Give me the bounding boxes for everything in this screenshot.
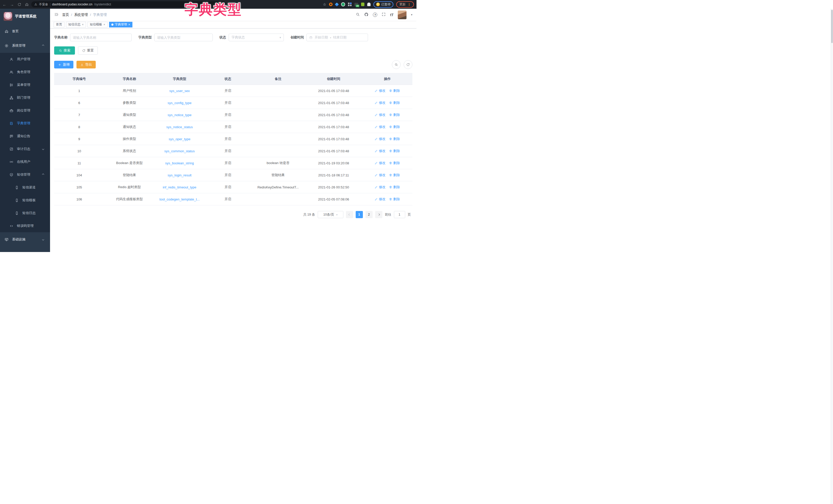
profile-paused-chip[interactable]: 已暂停 (373, 1, 394, 8)
sidebar-item-menus[interactable]: 菜单管理 (0, 78, 50, 91)
edit-button[interactable]: 修改 (375, 136, 385, 141)
vue-devtools-icon[interactable] (341, 2, 345, 6)
edit-button[interactable]: 修改 (375, 197, 385, 201)
delete-button[interactable]: 删除 (389, 100, 400, 105)
forward-icon[interactable]: → (10, 2, 14, 7)
dict-type-link[interactable]: sys_oper_type (169, 137, 190, 141)
edit-button[interactable]: 修改 (375, 125, 385, 129)
extension-gem-icon[interactable] (335, 2, 339, 6)
close-icon[interactable]: × (128, 23, 130, 26)
extension-grid-icon[interactable] (348, 3, 352, 6)
tab-dict-active[interactable]: 字典管理 × (109, 22, 133, 27)
delete-button[interactable]: 删除 (389, 89, 400, 93)
edit-button[interactable]: 修改 (375, 89, 385, 93)
dict-type-link[interactable]: sys_common_status (164, 149, 195, 153)
page-button-2[interactable]: 2 (365, 211, 373, 218)
hamburger-collapse-icon[interactable] (54, 12, 58, 18)
sidebar-item-online-users[interactable]: 在线用户 (0, 155, 50, 168)
dict-name-input[interactable] (70, 33, 132, 41)
delete-button[interactable]: 删除 (389, 173, 400, 177)
sidebar-item-audit-log[interactable]: 审计日志 (0, 143, 50, 155)
export-button[interactable]: 导出 (76, 61, 96, 69)
tab-home[interactable]: 首页 (54, 22, 65, 27)
dict-type-link[interactable]: sys_notice_status (166, 125, 193, 129)
dict-type-link[interactable]: sys_notice_type (168, 113, 191, 117)
delete-button[interactable]: 删除 (389, 197, 400, 201)
page-button-1[interactable]: 1 (356, 211, 363, 218)
edit-button[interactable]: 修改 (375, 149, 385, 153)
search-button[interactable]: 搜索 (54, 46, 75, 55)
goto-page-input[interactable] (394, 211, 405, 218)
sidebar-item-sms-channel[interactable]: 短信渠道 (0, 181, 50, 194)
sidebar-item-notices[interactable]: 通知公告 (0, 130, 50, 143)
delete-button[interactable]: 删除 (389, 161, 400, 165)
delete-button[interactable]: 删除 (389, 112, 400, 117)
page-size-select[interactable]: 10条/页 ▾ (318, 211, 343, 218)
extension-on-icon[interactable]: on (354, 3, 358, 6)
edit-button[interactable]: 修改 (375, 100, 385, 105)
sidebar-item-sms[interactable]: 短信管理 (0, 168, 50, 181)
header-search-icon[interactable] (356, 12, 360, 17)
more-menu-icon[interactable]: ⋮ (407, 3, 411, 6)
refresh-table-button[interactable] (404, 60, 412, 69)
date-end-placeholder[interactable]: 结束日期 (333, 35, 347, 40)
sidebar-item-home[interactable]: 首页 (0, 24, 50, 39)
github-icon[interactable] (364, 12, 368, 18)
sidebar-item-error-codes[interactable]: 错误码管理 (0, 220, 50, 232)
sidebar-item-posts[interactable]: 岗位管理 (0, 104, 50, 117)
sidebar-item-dict[interactable]: 字典管理 (0, 117, 50, 130)
audit-log-icon (9, 147, 13, 151)
tab-sms-log[interactable]: 短信日志 × (66, 22, 86, 27)
sidebar-item-departments[interactable]: 部门管理 (0, 91, 50, 104)
dict-type-link[interactable]: sys_boolean_string (165, 161, 194, 165)
delete-button[interactable]: 删除 (389, 149, 400, 153)
tab-sms-template[interactable]: 短信模板 × (88, 22, 108, 27)
extension-ring-icon[interactable] (329, 3, 333, 6)
edit-button[interactable]: 修改 (375, 185, 385, 190)
avatar[interactable] (398, 10, 406, 19)
close-icon[interactable]: × (103, 23, 105, 26)
dict-type-link[interactable]: inf_redis_timeout_type (163, 185, 196, 189)
delete-button[interactable]: 删除 (389, 125, 400, 129)
close-icon[interactable]: × (82, 23, 84, 26)
help-icon[interactable]: ? (373, 12, 377, 17)
bookmark-star-icon[interactable]: ☆ (323, 2, 326, 6)
avatar-caret-icon[interactable]: ▾ (411, 13, 412, 17)
extension-ghost-icon[interactable] (367, 3, 371, 6)
dict-type-link[interactable]: sys_config_type (168, 101, 191, 105)
update-button[interactable]: 更新 ⋮ (396, 1, 414, 8)
dict-type-input[interactable] (154, 33, 213, 41)
sidebar-item-system[interactable]: 系统管理 (0, 39, 50, 53)
next-page-button[interactable] (375, 211, 382, 218)
edit-button[interactable]: 修改 (375, 161, 385, 165)
dict-type-link[interactable]: tool_codegen_template_t... (159, 197, 200, 201)
delete-button[interactable]: 删除 (389, 136, 400, 141)
status-select[interactable]: 字典状态 ▾ (229, 33, 284, 41)
edit-button[interactable]: 修改 (375, 112, 385, 117)
toggle-search-button[interactable] (392, 60, 401, 69)
sidebar-item-sms-log[interactable]: 短信日志 (0, 207, 50, 220)
browser-extensions: ☆ on 已暂停 更新 ⋮ (323, 1, 414, 8)
prev-page-button[interactable] (346, 211, 353, 218)
date-start-placeholder[interactable]: 开始日期 (315, 35, 328, 40)
breadcrumb-system[interactable]: 系统管理 (74, 12, 88, 17)
edit-button[interactable]: 修改 (375, 173, 385, 177)
sidebar-item-sms-template[interactable]: 短信模板 (0, 194, 50, 207)
delete-button[interactable]: 删除 (389, 185, 400, 190)
dict-type-link[interactable]: sys_user_sex (169, 89, 190, 93)
reset-button[interactable]: 重置 (78, 46, 98, 55)
add-button[interactable]: 新增 (54, 61, 73, 69)
sidebar-item-users[interactable]: 用户管理 (0, 53, 50, 66)
sidebar-item-infrastructure[interactable]: 基础设施 (0, 232, 50, 247)
fullscreen-icon[interactable] (382, 12, 386, 17)
sidebar-item-roles[interactable]: 角色管理 (0, 66, 50, 78)
dict-type-link[interactable]: sys_login_result (168, 173, 191, 177)
date-range-picker[interactable]: 开始日期 - 结束日期 (306, 33, 368, 41)
breadcrumb-home[interactable]: 首页 (62, 12, 69, 17)
reload-icon[interactable] (18, 3, 21, 6)
security-label[interactable]: 不安全 (39, 2, 48, 7)
extension-bot-icon[interactable] (361, 3, 364, 6)
browser-home-icon[interactable] (25, 3, 29, 6)
font-size-icon[interactable]: tT (390, 13, 394, 17)
back-icon[interactable]: ← (3, 2, 6, 7)
